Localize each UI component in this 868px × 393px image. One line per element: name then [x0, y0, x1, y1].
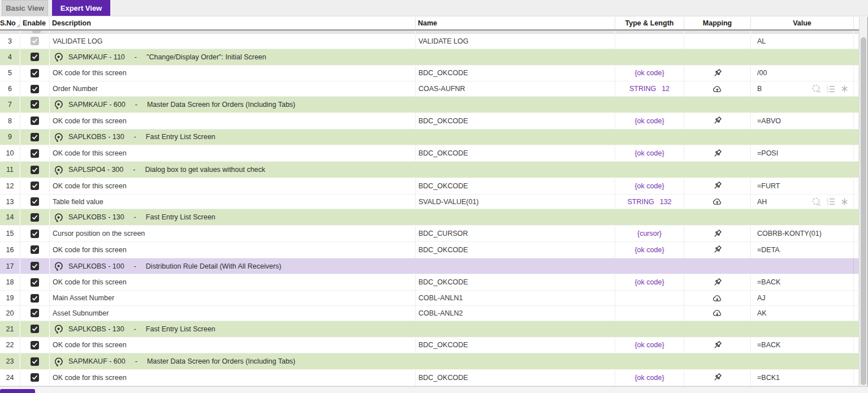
- enable-checkbox[interactable]: [31, 325, 39, 333]
- screen-row[interactable]: 21SAPLKOBS - 130-Fast Entry List Screen: [0, 321, 859, 338]
- field-row[interactable]: 10OK code for this screenBDC_OKCODE{ok c…: [0, 145, 859, 162]
- cloud-download-icon[interactable]: [712, 294, 723, 303]
- value-cell[interactable]: /00: [751, 66, 854, 81]
- column-header-type-length[interactable]: Type & Length: [615, 17, 684, 29]
- value-cell[interactable]: =ABVO: [751, 113, 854, 129]
- screen-row[interactable]: 9SAPLKOBS - 130-Fast Entry List Screen: [0, 129, 859, 146]
- screen-row[interactable]: 7SAPMKAUF - 600-Master Data Screen for O…: [0, 97, 859, 113]
- mapping-cell[interactable]: [684, 291, 751, 305]
- vertical-scrollbar[interactable]: [859, 17, 868, 387]
- enable-checkbox[interactable]: [31, 230, 39, 238]
- cloud-upload-icon[interactable]: [712, 197, 723, 206]
- enable-checkbox[interactable]: [31, 341, 39, 349]
- field-row[interactable]: 5OK code for this screenBDC_OKCODE{ok co…: [0, 66, 859, 82]
- column-header-mapping[interactable]: Mapping: [684, 17, 751, 29]
- enable-checkbox[interactable]: [31, 357, 39, 366]
- enable-checkbox[interactable]: [31, 182, 39, 190]
- screen-row[interactable]: 17SAPLKOBS - 100-Distribution Rule Detai…: [0, 258, 859, 275]
- screen-row[interactable]: 14SAPLKOBS - 130-Fast Entry List Screen: [0, 209, 859, 226]
- value-cell[interactable]: =POSI: [751, 145, 854, 161]
- pushpin-icon[interactable]: [712, 149, 722, 158]
- enable-checkbox[interactable]: [31, 197, 39, 206]
- field-row[interactable]: 13Table field valueSVALD-VALUE(01)STRING…: [0, 195, 859, 210]
- vertical-scrollbar-thumb[interactable]: [861, 37, 866, 385]
- value-cell[interactable]: COBRB-KONTY(01): [751, 226, 854, 241]
- function-icon[interactable]: fx: [811, 197, 821, 206]
- enable-checkbox[interactable]: [31, 69, 39, 77]
- field-row[interactable]: 19Main Asset NumberCOBL-ANLN1AJ: [0, 291, 859, 306]
- enable-checkbox[interactable]: [31, 262, 39, 270]
- value-cell[interactable]: =BACK: [751, 274, 854, 290]
- required-asterisk-icon[interactable]: [840, 197, 849, 206]
- screen-row[interactable]: 23SAPMKAUF - 600-Master Data Screen for …: [0, 353, 859, 370]
- mapping-cell[interactable]: [684, 306, 751, 321]
- enable-checkbox[interactable]: [31, 245, 39, 254]
- mapping-cell[interactable]: [684, 226, 751, 241]
- column-header-sno[interactable]: S.No: [0, 17, 20, 29]
- mapping-cell[interactable]: [684, 178, 751, 194]
- enable-checkbox[interactable]: [31, 53, 39, 61]
- field-row[interactable]: 6Order NumberCOAS-AUFNRSTRING12Bfx123: [0, 81, 859, 97]
- mapping-cell[interactable]: [684, 66, 751, 81]
- cloud-upload-icon[interactable]: [712, 85, 723, 93]
- field-row[interactable]: 24OK code for this screenBDC_OKCODE{ok c…: [0, 370, 859, 386]
- value-cell[interactable]: =FURT: [751, 178, 854, 194]
- horizontal-scrollbar-thumb[interactable]: [0, 389, 35, 393]
- field-row[interactable]: 16OK code for this screenBDC_OKCODE{ok c…: [0, 242, 859, 258]
- field-row[interactable]: 3VALIDATE LOGVALIDATE LOGAL: [0, 34, 859, 49]
- enable-checkbox[interactable]: [31, 213, 39, 222]
- mapping-cell[interactable]: [684, 242, 751, 258]
- pushpin-icon[interactable]: [712, 181, 722, 191]
- enable-checkbox[interactable]: [31, 294, 39, 303]
- field-row[interactable]: 8OK code for this screenBDC_OKCODE{ok co…: [0, 113, 859, 129]
- enable-checkbox[interactable]: [31, 309, 39, 317]
- enable-checkbox[interactable]: [31, 133, 39, 141]
- horizontal-scrollbar[interactable]: [0, 386, 868, 393]
- field-row[interactable]: 22OK code for this screenBDC_OKCODE{ok c…: [0, 338, 859, 354]
- enable-checkbox[interactable]: [31, 100, 39, 109]
- enable-checkbox[interactable]: [31, 37, 39, 45]
- field-row[interactable]: 15Cursor position on the screenBDC_CURSO…: [0, 226, 859, 242]
- field-row[interactable]: 18OK code for this screenBDC_OKCODE{ok c…: [0, 274, 859, 291]
- field-row[interactable]: 20Asset SubnumberCOBL-ANLN2AK: [0, 306, 859, 321]
- screen-row[interactable]: 4SAPMKAUF - 110-"Change/Display Order": …: [0, 49, 859, 66]
- value-cell[interactable]: AK: [751, 306, 854, 321]
- enable-checkbox[interactable]: [31, 278, 39, 287]
- column-header-name[interactable]: Name: [416, 17, 615, 29]
- mapping-cell[interactable]: [684, 34, 751, 49]
- mapping-cell[interactable]: [684, 370, 751, 386]
- pushpin-icon[interactable]: [712, 68, 722, 78]
- pushpin-icon[interactable]: [712, 229, 722, 239]
- mapping-cell[interactable]: [684, 113, 751, 129]
- value-cell[interactable]: AL: [751, 34, 854, 49]
- enable-checkbox[interactable]: [31, 166, 39, 174]
- value-cell[interactable]: AJ: [751, 291, 854, 305]
- value-cell[interactable]: =BACK: [751, 338, 854, 353]
- column-header-value[interactable]: Value: [751, 17, 854, 29]
- ordered-list-icon[interactable]: 123: [826, 84, 835, 93]
- tab-basic-view[interactable]: Basic View: [2, 0, 48, 16]
- value-cell[interactable]: AHfx123: [751, 195, 854, 209]
- required-asterisk-icon[interactable]: [840, 85, 849, 93]
- mapping-cell[interactable]: [684, 195, 751, 209]
- mapping-cell[interactable]: [684, 81, 751, 96]
- pushpin-icon[interactable]: [712, 278, 722, 287]
- enable-checkbox[interactable]: [31, 373, 39, 382]
- tab-expert-view[interactable]: Expert View: [52, 0, 110, 16]
- enable-checkbox[interactable]: [31, 116, 39, 125]
- mapping-cell[interactable]: [684, 338, 751, 353]
- screen-row[interactable]: 11SAPLSPO4 - 300-Dialog box to get value…: [0, 162, 859, 178]
- value-cell[interactable]: =BCK1: [751, 370, 854, 386]
- pushpin-icon[interactable]: [712, 373, 722, 382]
- pushpin-icon[interactable]: [712, 340, 722, 350]
- mapping-cell[interactable]: [684, 145, 751, 161]
- pushpin-icon[interactable]: [712, 245, 722, 254]
- enable-checkbox[interactable]: [31, 149, 39, 158]
- field-row[interactable]: 12OK code for this screenBDC_OKCODE{ok c…: [0, 178, 859, 195]
- mapping-cell[interactable]: [684, 274, 751, 290]
- ordered-list-icon[interactable]: 123: [826, 197, 835, 206]
- value-cell[interactable]: Bfx123: [751, 81, 854, 96]
- function-icon[interactable]: fx: [811, 84, 821, 94]
- value-cell[interactable]: =DETA: [751, 242, 854, 258]
- enable-checkbox[interactable]: [31, 85, 39, 93]
